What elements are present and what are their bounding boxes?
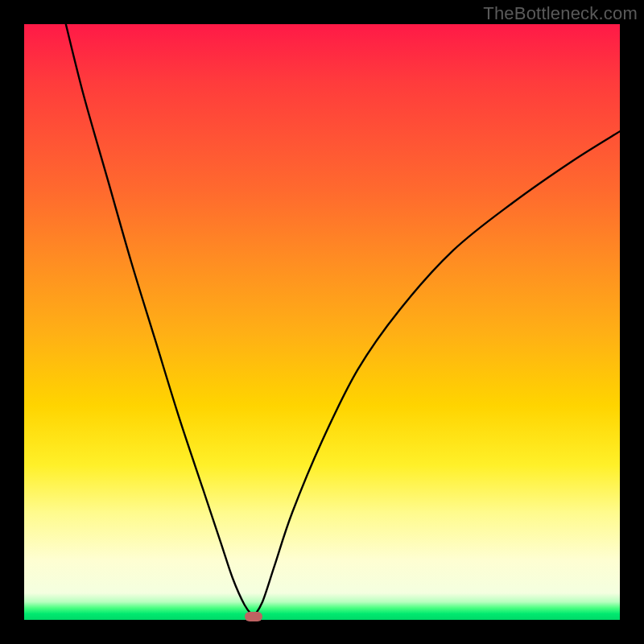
watermark-text: TheBottleneck.com bbox=[483, 3, 638, 24]
bottleneck-point-marker bbox=[245, 612, 262, 621]
plot-area bbox=[24, 24, 620, 620]
bottleneck-curve bbox=[24, 24, 620, 620]
chart-frame: TheBottleneck.com bbox=[0, 0, 644, 644]
